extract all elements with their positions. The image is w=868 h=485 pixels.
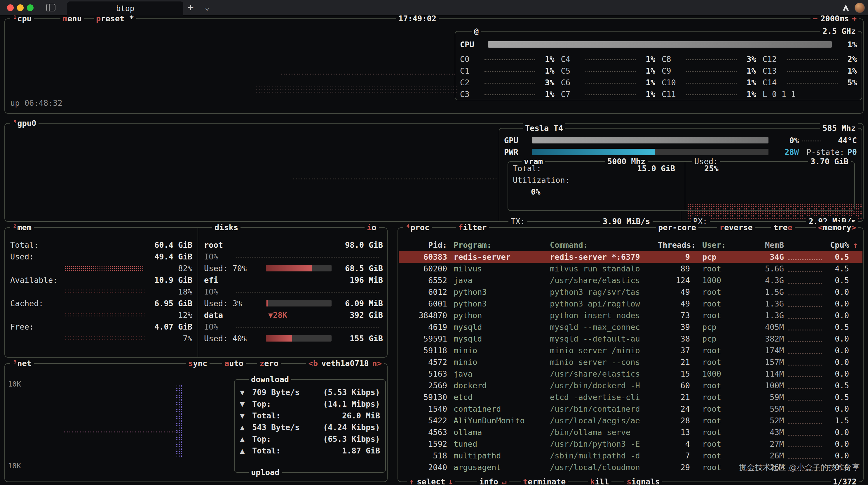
core-name: C10: [662, 78, 683, 87]
process-cpu-graph: [784, 440, 825, 447]
process-row[interactable]: 4572 minio minio server --cons 21 root 1…: [399, 356, 863, 368]
process-row[interactable]: 6552 java /usr/share/elastics 124 1000 4…: [399, 274, 863, 286]
process-row[interactable]: 5422 AliYunDunMonito /usr/local/aegis/ae…: [399, 415, 863, 426]
gpu-temp-graph: [802, 136, 821, 141]
process-row[interactable]: 60383 redis-server redis-server *:6379 9…: [399, 251, 863, 263]
net-scale-top: 10K: [8, 380, 21, 388]
signals-button[interactable]: signals: [624, 476, 662, 485]
mem-total-value: 60.4 GiB: [154, 240, 192, 250]
process-row[interactable]: 59118 minio minio server /minio 37 root …: [399, 344, 863, 356]
core-pct: 1%: [639, 55, 655, 64]
header-command[interactable]: Command:: [550, 240, 658, 250]
core-graph: [686, 55, 737, 60]
disk-entry: root 98.0 GiB IO% Used: 70% 68.5 GiB: [204, 239, 383, 274]
net-auto-button[interactable]: auto: [222, 358, 246, 369]
arrow-down-icon[interactable]: ↓: [448, 476, 453, 485]
sort-prev-button[interactable]: <: [818, 222, 823, 233]
header-cpu[interactable]: Cpu%: [825, 240, 849, 250]
reverse-toggle[interactable]: reverse: [717, 222, 755, 233]
info-button[interactable]: info ↵: [477, 476, 509, 485]
header-user[interactable]: User:: [702, 240, 740, 250]
tab-chevron-icon[interactable]: ⌄: [205, 3, 210, 12]
gpu-history-graph: [292, 178, 497, 180]
select-control[interactable]: ↑ select ↓: [407, 476, 455, 485]
sidebar-toggle-icon[interactable]: [46, 4, 56, 11]
core-graph: [485, 90, 535, 95]
cpu-total-pct: 1%: [836, 40, 857, 49]
process-row[interactable]: 4563 ollama /bin/ollama serve 13 root 43…: [399, 426, 863, 438]
process-cpu-graph: [784, 417, 825, 424]
filter-button[interactable]: filter: [456, 222, 489, 233]
sort-next-button[interactable]: >: [851, 222, 856, 233]
close-button[interactable]: [7, 4, 14, 11]
process-cpu-graph: [784, 359, 825, 366]
txrx-divider: [681, 211, 681, 221]
process-row[interactable]: 59130 etcd etcd -advertise-cli 21 root 5…: [399, 391, 863, 403]
mem-graph: [64, 335, 145, 341]
avatar[interactable]: [855, 3, 865, 13]
mem-total-label: Total:: [10, 240, 39, 250]
process-row[interactable]: 4619 mysqld mysqld --max_connec 39 pcp 4…: [399, 321, 863, 333]
terminate-button[interactable]: terminate: [521, 476, 568, 485]
core-graph: [586, 78, 636, 84]
io-toggle-button[interactable]: io: [365, 222, 379, 233]
download-title: download: [249, 374, 291, 385]
iface-name: veth1a0718: [321, 358, 369, 369]
header-mem[interactable]: MemB: [740, 240, 784, 250]
mem-graph: [64, 312, 145, 318]
process-row[interactable]: 384870 python python insert_nodes 73 roo…: [399, 309, 863, 321]
net-zero-button[interactable]: zero: [257, 358, 281, 369]
mem-box-title[interactable]: ²mem: [10, 222, 34, 233]
process-cpu-graph: [784, 301, 825, 307]
disk-io-graph: [236, 288, 379, 293]
net-download-graph: [176, 385, 183, 457]
process-row[interactable]: 6001 python3 python3 api/ragflow 49 root…: [399, 298, 863, 309]
core-pct: 3%: [538, 78, 555, 87]
vram-total-value: 15.0 GiB: [637, 164, 675, 173]
disks-title[interactable]: disks: [212, 222, 241, 233]
process-row[interactable]: 59591 mysqld mysqld --default-au 38 pcp …: [399, 333, 863, 344]
new-tab-button[interactable]: +: [187, 1, 194, 13]
header-threads[interactable]: Threads:: [658, 240, 690, 250]
iface-prev-button[interactable]: <b: [308, 358, 318, 369]
core-name: C7: [561, 90, 583, 99]
process-row[interactable]: 5163 java /usr/share/elastics 15 1000 11…: [399, 368, 863, 379]
core-graph: [686, 78, 737, 84]
core-pct: 1%: [841, 66, 857, 75]
tab-btop[interactable]: btop: [67, 1, 183, 16]
process-row[interactable]: 518 multipathd /sbin/multipathd -d 7 roo…: [399, 450, 863, 461]
process-row[interactable]: 1592 tuned /usr/bin/python3 -E 4 root 27…: [399, 438, 863, 450]
process-row[interactable]: 1540 containerd /usr/bin/containerd 24 r…: [399, 403, 863, 415]
header-program[interactable]: Program:: [454, 240, 550, 250]
process-cpu-graph: [784, 452, 825, 459]
core-name: C5: [561, 66, 583, 75]
gpu-meter: [532, 137, 769, 143]
proc-box-title[interactable]: ⁴proc: [403, 222, 432, 233]
core-meter: C5 1%: [561, 65, 655, 77]
header-pid[interactable]: Pid:: [403, 240, 447, 250]
process-row[interactable]: 60200 milvus milvus run standalo 89 root…: [399, 263, 863, 274]
per-core-toggle[interactable]: per-core: [656, 222, 699, 233]
kill-button[interactable]: kill: [588, 476, 612, 485]
uptime: up 06:48:32: [10, 98, 62, 108]
enter-key-icon: ↵: [502, 476, 506, 485]
core-pct: 1%: [740, 66, 756, 75]
process-position: 1/372: [831, 476, 859, 485]
iface-next-button[interactable]: n>: [372, 358, 382, 369]
process-row[interactable]: 6012 python3 python3 rag/svr/tas 49 root…: [399, 286, 863, 298]
net-box-title[interactable]: ³net: [10, 358, 34, 369]
process-cpu-graph: [784, 324, 825, 331]
net-stat-row: ▼ Total: 26.0 MiB: [235, 410, 385, 421]
arrow-up-icon[interactable]: ↑: [409, 476, 414, 485]
net-sync-button[interactable]: sync: [186, 358, 210, 369]
maximize-button[interactable]: [27, 4, 34, 11]
net-box-number: ³: [12, 358, 17, 369]
process-cpu-graph: [784, 394, 825, 401]
process-row[interactable]: 2569 dockerd /usr/bin/dockerd -H 60 root…: [399, 379, 863, 391]
gpu-box-title[interactable]: ⁵gpu0: [10, 118, 38, 129]
sort-direction-icon[interactable]: ↑: [849, 240, 858, 250]
minimize-button[interactable]: [17, 4, 24, 11]
core-meter: C1 1%: [460, 65, 555, 77]
tree-toggle[interactable]: tree: [771, 222, 795, 233]
core-meter: C7 1%: [561, 88, 655, 100]
